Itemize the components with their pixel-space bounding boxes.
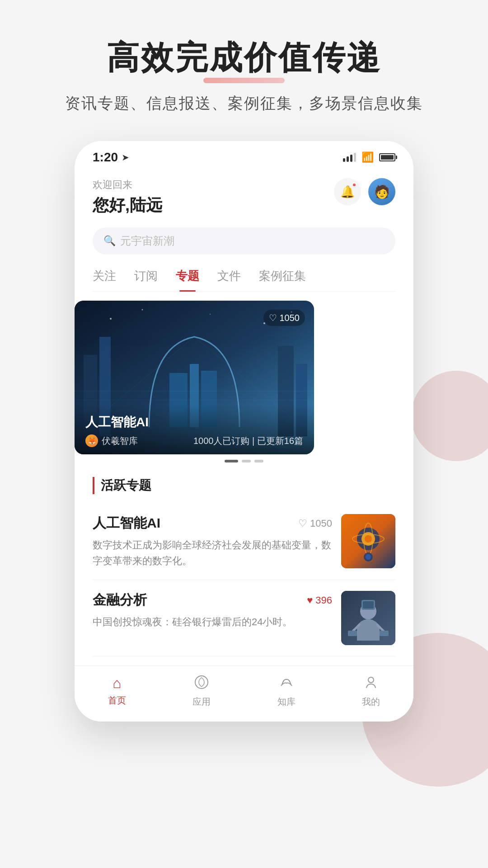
title-underline	[203, 78, 285, 83]
dot-2	[242, 460, 251, 462]
content-tabs: 关注 订阅 专题 文件 案例征集	[93, 268, 395, 292]
nav-apps[interactable]: 应用	[183, 675, 220, 708]
user-info: 欢迎回来 您好,陆远	[93, 178, 162, 217]
topic-likes-2: ♥ 396	[307, 594, 332, 606]
heart-outline-icon: ♡	[269, 312, 277, 323]
nav-profile-label: 我的	[362, 696, 380, 708]
heart-filled-icon-2: ♥	[307, 594, 313, 606]
nav-knowledge[interactable]: 知库	[268, 675, 305, 708]
topic-thumb-2	[341, 591, 395, 645]
avatar-image: 🧑	[368, 178, 395, 205]
topic-like-count-1: 1050	[310, 518, 332, 529]
search-placeholder: 元宇宙新潮	[120, 234, 174, 248]
nav-profile[interactable]: 我的	[353, 675, 389, 708]
notification-button[interactable]: 🔔	[334, 178, 361, 205]
finance-thumb-svg	[341, 591, 395, 645]
active-topics-title: 活跃专题	[93, 477, 395, 494]
topic-item-1[interactable]: 人工智能AI ♡ 1050 数字技术正成为影响全球经济社会发展的基础变量，数字变…	[93, 503, 395, 580]
featured-card-title: 人工智能AI	[85, 414, 303, 431]
nav-home[interactable]: ⌂ 首页	[99, 675, 135, 708]
dot-1	[225, 460, 238, 462]
nav-knowledge-label: 知库	[277, 696, 296, 708]
header-icons: 🔔 🧑	[334, 178, 395, 205]
topic-likes-1: ♡ 1050	[298, 518, 332, 529]
phone-mockup: 1:20 ➤ 📶 欢迎回来	[75, 141, 413, 722]
location-icon: ➤	[122, 152, 129, 163]
tab-files[interactable]: 文件	[217, 268, 241, 291]
battery-icon	[379, 153, 395, 161]
notification-dot	[352, 183, 357, 187]
dot-3	[254, 460, 263, 462]
topic-content-1: 人工智能AI ♡ 1050 数字技术正成为影响全球经济社会发展的基础变量，数字变…	[93, 514, 332, 569]
topic-item-2[interactable]: 金融分析 ♥ 396 中国创投惊魂夜：硅谷银行爆雷后的24小时。	[93, 580, 395, 656]
topic-desc-1: 数字技术正成为影响全球经济社会发展的基础变量，数字变革带来的数字化。	[93, 537, 332, 569]
topic-desc-2: 中国创投惊魂夜：硅谷银行爆雷后的24小时。	[93, 614, 332, 630]
welcome-text: 欢迎回来	[93, 178, 162, 192]
featured-author: 🦊 伏羲智库	[85, 434, 138, 447]
tab-topics[interactable]: 专题	[176, 268, 199, 291]
svg-point-20	[365, 535, 372, 542]
svg-point-3	[210, 314, 211, 315]
featured-stats: 1000人已订购 | 已更新16篇	[193, 435, 303, 447]
status-time: 1:20	[93, 150, 118, 165]
apps-icon	[194, 675, 209, 693]
topic-title-1: 人工智能AI	[93, 514, 160, 533]
bell-icon: 🔔	[340, 185, 355, 199]
wifi-icon: 📶	[361, 151, 374, 163]
heart-outline-icon-1: ♡	[298, 518, 307, 529]
featured-like-count: ♡ 1050	[263, 310, 305, 326]
nav-apps-label: 应用	[192, 696, 211, 708]
search-icon: 🔍	[103, 235, 116, 247]
nav-home-label: 首页	[108, 694, 126, 707]
tab-follow[interactable]: 关注	[93, 268, 116, 291]
svg-rect-31	[348, 631, 357, 636]
home-icon: ⌂	[113, 675, 121, 692]
topic-header-2: 金融分析 ♥ 396	[93, 591, 332, 609]
topic-title-2: 金融分析	[93, 591, 147, 609]
svg-point-1	[110, 318, 112, 320]
carousel-dots	[75, 454, 413, 468]
featured-section: ♡ 1050 人工智能AI 🦊 伏羲智库 1000人已订购 | 已更新16篇	[75, 292, 413, 468]
featured-overlay: 人工智能AI 🦊 伏羲智库 1000人已订购 | 已更新16篇	[75, 405, 314, 454]
featured-meta: 🦊 伏羲智库 1000人已订购 | 已更新16篇	[85, 434, 303, 447]
status-bar: 1:20 ➤ 📶	[75, 141, 413, 169]
profile-icon	[364, 675, 378, 693]
svg-rect-28	[363, 601, 374, 609]
active-topics-section: 活跃专题 人工智能AI ♡ 1050 数字技术正成为影响全球经济社会发展的基础变…	[75, 468, 413, 665]
ai-thumb-svg	[341, 514, 395, 568]
app-main: 欢迎回来 您好,陆远 🔔 🧑 🔍 元宇宙新潮	[75, 169, 413, 292]
svg-point-2	[142, 309, 143, 311]
topic-content-2: 金融分析 ♥ 396 中国创投惊魂夜：硅谷银行爆雷后的24小时。	[93, 591, 332, 630]
knowledge-icon	[279, 675, 294, 693]
topic-header-1: 人工智能AI ♡ 1050	[93, 514, 332, 533]
search-bar[interactable]: 🔍 元宇宙新潮	[93, 227, 395, 255]
author-name: 伏羲智库	[102, 435, 138, 447]
signal-icon	[343, 153, 356, 162]
tab-cases[interactable]: 案例征集	[259, 268, 306, 291]
svg-point-34	[368, 677, 374, 683]
svg-point-24	[366, 554, 371, 560]
topic-thumb-finance	[341, 591, 395, 645]
user-avatar[interactable]: 🧑	[368, 178, 395, 205]
svg-rect-32	[380, 631, 389, 636]
featured-bg: ♡ 1050 人工智能AI 🦊 伏羲智库 1000人已订购 | 已更新16篇	[75, 301, 314, 454]
status-icons: 📶	[343, 151, 395, 163]
hero-title: 高效完成价值传递	[107, 36, 381, 80]
topic-thumb-1	[341, 514, 395, 568]
tab-subscribe[interactable]: 订阅	[134, 268, 158, 291]
topic-thumb-ai	[341, 514, 395, 568]
bottom-nav: ⌂ 首页 应用 知库	[75, 665, 413, 722]
author-avatar-small: 🦊	[85, 434, 98, 447]
topic-like-count-2: 396	[315, 594, 332, 606]
hero-subtitle: 资讯专题、信息报送、案例征集，多场景信息收集	[65, 93, 423, 114]
app-header: 欢迎回来 您好,陆远 🔔 🧑	[93, 178, 395, 217]
user-greeting: 您好,陆远	[93, 194, 162, 217]
featured-card[interactable]: ♡ 1050 人工智能AI 🦊 伏羲智库 1000人已订购 | 已更新16篇	[75, 301, 413, 454]
